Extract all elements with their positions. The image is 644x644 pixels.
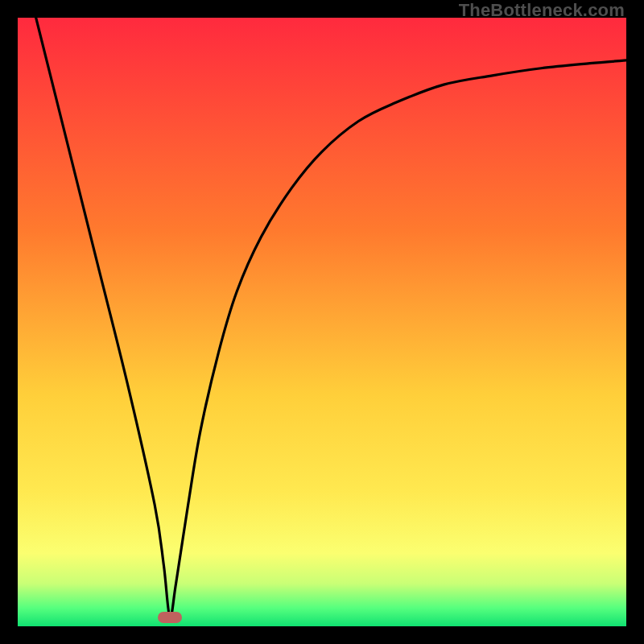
curve-minimum-marker — [158, 612, 182, 623]
gradient-background — [18, 18, 626, 626]
chart-svg — [18, 18, 626, 626]
chart-frame — [18, 18, 626, 626]
